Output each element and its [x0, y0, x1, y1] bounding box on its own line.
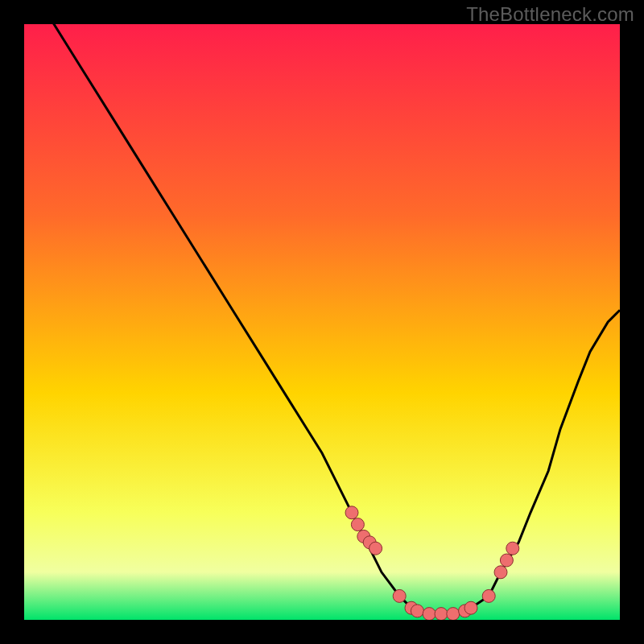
- sample-point-marker: [482, 589, 495, 602]
- sample-point-marker: [351, 518, 364, 531]
- chart-svg: [24, 24, 620, 620]
- sample-point-marker: [500, 554, 513, 567]
- sample-point-marker: [345, 506, 358, 519]
- watermark-text: TheBottleneck.com: [466, 3, 634, 26]
- sample-point-marker: [506, 542, 519, 555]
- sample-point-marker: [423, 608, 436, 620]
- sample-point-marker: [411, 605, 423, 617]
- sample-point-marker: [447, 608, 460, 620]
- chart-frame: TheBottleneck.com: [0, 0, 644, 644]
- sample-point-marker: [369, 542, 382, 555]
- chart-plot-area: [24, 24, 620, 620]
- chart-background-gradient: [24, 24, 620, 620]
- sample-point-marker: [435, 608, 448, 620]
- sample-point-marker: [494, 566, 507, 579]
- sample-point-marker: [393, 589, 406, 602]
- sample-point-marker: [464, 601, 477, 614]
